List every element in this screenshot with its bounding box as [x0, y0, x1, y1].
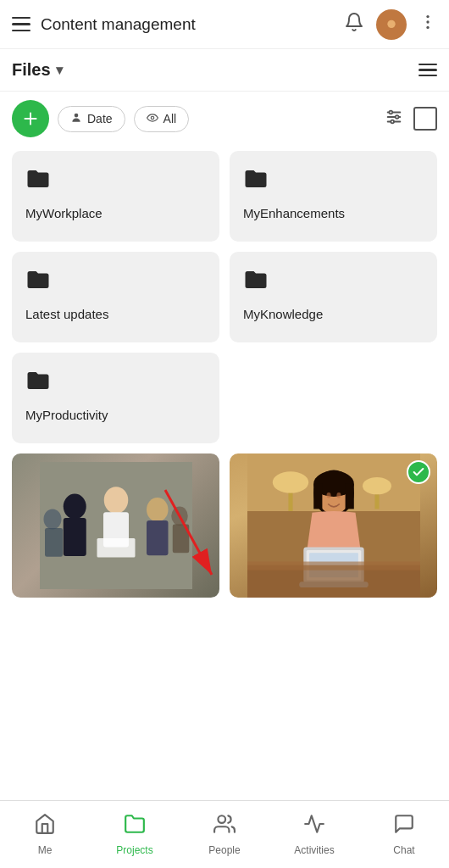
top-bar-actions	[344, 9, 437, 40]
nav-label-activities: Activities	[294, 844, 334, 856]
svg-point-1	[426, 14, 429, 17]
svg-rect-35	[313, 484, 322, 509]
folder-icon	[243, 267, 424, 298]
notification-icon[interactable]	[344, 12, 364, 37]
bottom-navigation: Me Projects People Activities	[0, 800, 449, 868]
avatar[interactable]	[376, 9, 407, 40]
folder-card[interactable]: Latest updates	[12, 252, 219, 342]
nav-item-projects[interactable]: Projects	[101, 813, 169, 856]
nav-label-people: People	[208, 844, 240, 856]
svg-point-15	[63, 494, 86, 520]
folder-name: MyProductivity	[25, 408, 108, 422]
image-thumbnail	[12, 453, 219, 598]
svg-point-11	[390, 110, 393, 114]
folder-icon	[243, 166, 424, 198]
filter-sliders-icon[interactable]	[385, 108, 403, 131]
svg-point-7	[151, 116, 154, 120]
filter-right-actions	[385, 107, 437, 131]
folder-card[interactable]: MyKnowledge	[230, 252, 437, 342]
image-thumbnail	[230, 453, 437, 598]
all-chip-label: All	[164, 112, 177, 125]
folder-name: MyKnowledge	[243, 307, 323, 321]
filter-bar: Date All	[0, 92, 449, 146]
more-options-icon[interactable]	[419, 13, 437, 36]
folder-nav-icon	[124, 813, 146, 841]
svg-rect-16	[63, 518, 86, 556]
page-title: Content management	[41, 15, 344, 34]
svg-rect-21	[97, 538, 135, 558]
svg-point-13	[391, 120, 394, 123]
svg-rect-25	[172, 525, 189, 554]
checkmark-badge	[407, 460, 430, 484]
svg-rect-31	[374, 494, 379, 509]
svg-point-17	[103, 487, 128, 514]
person-icon	[70, 112, 82, 126]
nav-item-people[interactable]: People	[191, 813, 258, 856]
svg-rect-20	[147, 520, 169, 555]
add-button[interactable]	[12, 100, 49, 137]
svg-point-12	[396, 115, 399, 119]
svg-rect-29	[288, 493, 292, 511]
files-dropdown[interactable]: Files ▾	[12, 60, 63, 80]
nav-label-projects: Projects	[116, 844, 152, 856]
svg-point-47	[218, 815, 225, 823]
people-icon	[213, 813, 236, 841]
nav-label-chat: Chat	[393, 844, 414, 856]
activities-icon	[303, 813, 325, 841]
svg-point-0	[387, 19, 395, 27]
svg-point-2	[426, 20, 429, 23]
folder-icon	[25, 267, 206, 298]
svg-rect-5	[25, 118, 37, 120]
folder-icon	[25, 166, 206, 198]
svg-point-38	[336, 492, 341, 498]
secondary-bar: Files ▾	[0, 49, 449, 92]
folder-name: MyEnhancements	[243, 206, 345, 220]
svg-rect-23	[45, 528, 63, 557]
svg-point-30	[363, 477, 391, 494]
nav-item-chat[interactable]: Chat	[370, 813, 438, 856]
folder-card[interactable]: MyProductivity	[12, 353, 219, 443]
svg-point-24	[171, 507, 188, 526]
svg-point-6	[75, 113, 79, 117]
nav-item-me[interactable]: Me	[11, 813, 79, 856]
svg-point-19	[147, 498, 169, 522]
svg-point-22	[43, 509, 61, 530]
nav-label-me: Me	[38, 844, 53, 856]
files-label: Files	[12, 60, 51, 80]
menu-icon[interactable]	[12, 17, 30, 32]
folder-card[interactable]: MyWorkplace	[12, 151, 219, 242]
image-card[interactable]	[230, 453, 437, 598]
folder-icon	[25, 368, 206, 399]
eye-icon	[147, 112, 158, 126]
folder-card[interactable]: MyEnhancements	[230, 151, 437, 242]
list-view-icon[interactable]	[419, 64, 437, 77]
svg-rect-36	[345, 484, 353, 509]
svg-rect-44	[247, 562, 420, 570]
chevron-down-icon: ▾	[56, 62, 63, 78]
svg-point-3	[426, 25, 429, 28]
home-icon	[34, 813, 56, 841]
top-bar: Content management	[0, 0, 449, 49]
nav-item-activities[interactable]: Activities	[280, 813, 348, 856]
grid-toggle-icon[interactable]	[413, 107, 437, 131]
folder-name: Latest updates	[25, 307, 108, 321]
folder-name: MyWorkplace	[25, 206, 103, 220]
date-filter-chip[interactable]: Date	[58, 106, 125, 132]
svg-point-28	[272, 471, 308, 493]
all-filter-chip[interactable]: All	[134, 106, 190, 132]
content-grid: MyWorkplace MyEnhancements Latest update…	[0, 146, 449, 603]
date-chip-label: Date	[87, 112, 113, 125]
image-card[interactable]	[12, 453, 219, 598]
svg-point-37	[326, 492, 330, 498]
chat-icon	[393, 813, 415, 841]
